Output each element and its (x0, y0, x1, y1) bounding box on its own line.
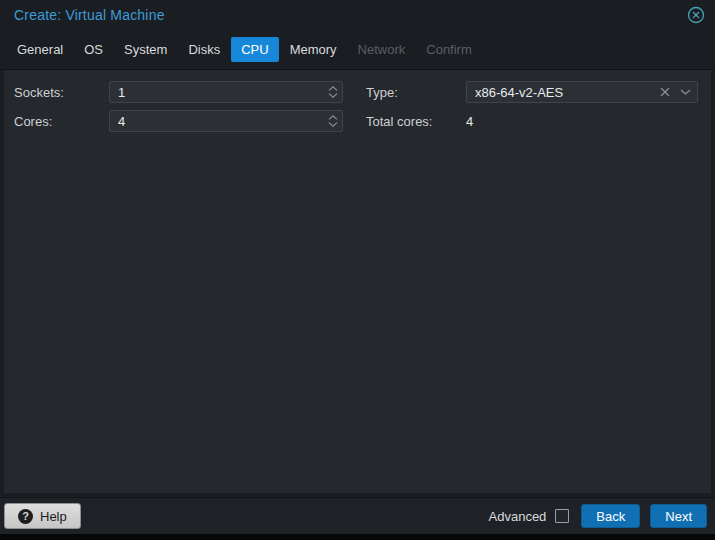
spinner-up-button[interactable] (328, 115, 338, 120)
dialog-title: Create: Virtual Machine (14, 7, 165, 23)
cpu-panel: Sockets: Type: (0, 70, 715, 497)
tab-general[interactable]: General (7, 37, 73, 62)
close-button[interactable] (687, 6, 705, 24)
circle-x-icon (687, 6, 705, 24)
dialog-footer: ? Help Advanced Back Next (0, 497, 715, 534)
question-circle-icon: ? (18, 509, 33, 524)
sockets-field (109, 81, 343, 103)
total-cores-label: Total cores: (366, 114, 466, 129)
tab-system[interactable]: System (114, 37, 177, 62)
dropdown-button[interactable] (680, 89, 691, 95)
chevron-up-icon (328, 86, 338, 91)
tab-network: Network (348, 37, 416, 62)
chevron-up-icon (328, 115, 338, 120)
dialog-header: Create: Virtual Machine (0, 0, 715, 30)
advanced-checkbox[interactable] (555, 509, 569, 523)
tab-confirm: Confirm (416, 37, 482, 62)
wizard-tab-bar: General OS System Disks CPU Memory Netwo… (0, 30, 715, 70)
spinner-up-button[interactable] (328, 86, 338, 91)
type-label: Type: (366, 85, 466, 100)
clear-button[interactable] (660, 87, 670, 97)
sockets-spinner (328, 81, 338, 103)
chevron-down-icon (328, 93, 338, 98)
spinner-down-button[interactable] (328, 93, 338, 98)
chevron-down-icon (328, 122, 338, 127)
next-button[interactable]: Next (650, 504, 707, 528)
tab-os[interactable]: OS (74, 37, 113, 62)
cores-input[interactable] (109, 110, 343, 132)
spinner-down-button[interactable] (328, 122, 338, 127)
advanced-label: Advanced (489, 509, 547, 524)
total-cores-value: 4 (466, 114, 698, 129)
next-button-label: Next (665, 509, 692, 524)
back-button-label: Back (596, 509, 625, 524)
combo-tools (660, 81, 691, 103)
help-button[interactable]: ? Help (4, 503, 81, 529)
sockets-label: Sockets: (14, 85, 109, 100)
cores-spinner (328, 110, 338, 132)
cpu-form: Sockets: Type: (4, 70, 711, 132)
tab-cpu[interactable]: CPU (231, 37, 278, 62)
sockets-input[interactable] (109, 81, 343, 103)
back-button[interactable]: Back (581, 504, 640, 528)
page-background-strip (0, 534, 715, 540)
cores-field (109, 110, 343, 132)
type-field (466, 81, 698, 103)
tab-disks[interactable]: Disks (178, 37, 230, 62)
chevron-down-icon (680, 89, 691, 95)
cores-label: Cores: (14, 114, 109, 129)
help-button-label: Help (40, 509, 67, 524)
tab-memory[interactable]: Memory (280, 37, 347, 62)
x-icon (660, 87, 670, 97)
create-vm-dialog: Create: Virtual Machine General OS Syste… (0, 0, 715, 534)
